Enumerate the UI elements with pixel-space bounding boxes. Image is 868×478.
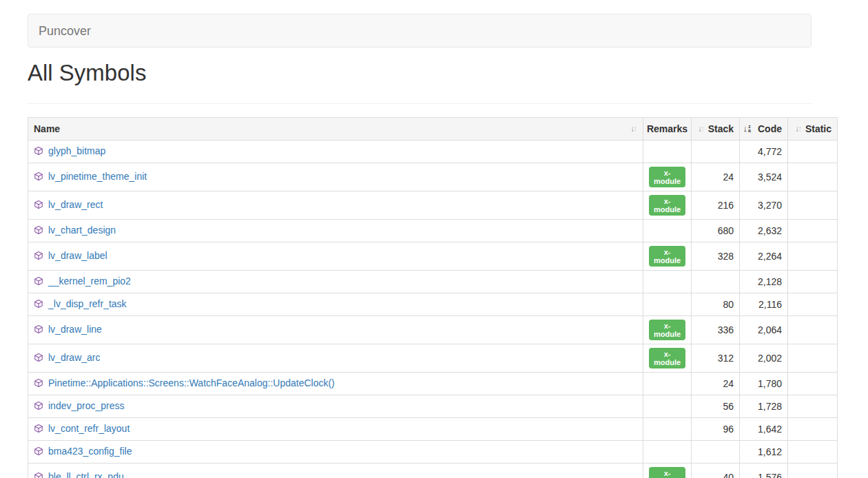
symbol-name: lv_chart_design <box>48 223 116 237</box>
symbol-link[interactable]: indev_proc_press <box>34 399 125 413</box>
symbol-link[interactable]: lv_draw_line <box>34 322 102 336</box>
cube-icon <box>34 299 43 309</box>
code-value: 1,576 <box>740 464 788 478</box>
table-row: lv_chart_design 680 2,632 <box>28 220 838 242</box>
symbol-name: lv_draw_rect <box>48 198 103 211</box>
table-row: _lv_disp_refr_task 80 2,116 <box>28 293 838 316</box>
static-value <box>788 316 838 344</box>
code-value: 2,116 <box>740 293 788 316</box>
symbol-name: lv_cont_refr_layout <box>48 422 130 435</box>
stack-value: 328 <box>692 242 740 271</box>
static-value <box>788 418 838 441</box>
cube-icon <box>34 353 43 362</box>
x-module-badge: x-module <box>649 348 685 368</box>
static-value <box>788 395 838 418</box>
cube-icon <box>34 276 43 286</box>
table-row: lv_cont_refr_layout 96 1,642 <box>28 418 838 441</box>
code-value: 2,064 <box>740 316 788 344</box>
static-value <box>788 441 838 464</box>
code-value: 3,270 <box>740 191 788 220</box>
divider <box>28 103 812 104</box>
table-row: indev_proc_press 56 1,728 <box>28 395 838 418</box>
stack-value: 24 <box>692 373 740 395</box>
column-header-stack[interactable]: ↓↑ Stack <box>692 118 740 141</box>
symbol-name: Pinetime::Applications::Screens::WatchFa… <box>48 376 335 390</box>
column-label: Code <box>758 123 782 134</box>
symbol-link[interactable]: ble_ll_ctrl_rx_pdu <box>34 470 124 478</box>
code-value: 2,002 <box>740 344 788 373</box>
symbol-name: lv_draw_arc <box>48 351 100 364</box>
symbol-name: __kernel_rem_pio2 <box>48 274 131 288</box>
cube-icon <box>34 472 43 478</box>
code-value: 2,128 <box>740 271 788 293</box>
symbol-link[interactable]: bma423_config_file <box>34 444 132 458</box>
column-header-code[interactable]: ↓ za Code <box>740 118 788 141</box>
table-header: Name ↓↑ Remarks ↓↑ Stack <box>28 118 838 141</box>
stack-value <box>692 141 740 163</box>
cube-icon <box>34 251 43 260</box>
code-value: 2,264 <box>740 242 788 271</box>
x-module-badge: x-module <box>649 320 685 340</box>
code-value: 3,524 <box>740 163 788 191</box>
symbol-name: _lv_disp_refr_task <box>48 297 127 311</box>
code-value: 1,780 <box>740 373 788 395</box>
code-value: 1,728 <box>740 395 788 418</box>
symbol-link[interactable]: __kernel_rem_pio2 <box>34 274 131 288</box>
x-module-badge: x-module <box>649 167 685 187</box>
x-module-badge: x-module <box>649 467 685 478</box>
cube-icon <box>34 172 43 181</box>
symbol-name: lv_pinetime_theme_init <box>48 169 147 183</box>
symbol-link[interactable]: _lv_disp_refr_task <box>34 297 127 311</box>
symbol-link[interactable]: lv_draw_label <box>34 249 107 262</box>
static-value <box>788 191 838 220</box>
symbol-name: bma423_config_file <box>48 444 132 458</box>
column-label: Stack <box>708 123 734 134</box>
code-value: 1,642 <box>740 418 788 441</box>
stack-value <box>692 271 740 293</box>
symbol-link[interactable]: lv_draw_arc <box>34 351 100 364</box>
table-body: glyph_bitmap 4,772 lv_pinetime_theme_ini… <box>28 141 838 478</box>
static-value <box>788 163 838 191</box>
column-header-static[interactable]: ↓↑ Static <box>788 118 838 141</box>
symbol-link[interactable]: lv_draw_rect <box>34 198 103 211</box>
symbol-link[interactable]: lv_cont_refr_layout <box>34 422 130 435</box>
brand-link[interactable]: Puncover <box>28 24 101 38</box>
symbol-link[interactable]: Pinetime::Applications::Screens::WatchFa… <box>34 376 335 390</box>
symbol-link[interactable]: lv_chart_design <box>34 223 116 237</box>
cube-icon <box>34 200 43 209</box>
sort-icon: ↓↑ <box>698 125 705 133</box>
table-row: Pinetime::Applications::Screens::WatchFa… <box>28 373 838 395</box>
symbol-link[interactable]: lv_pinetime_theme_init <box>34 169 147 183</box>
page-container: Puncover All Symbols Name ↓↑ Remarks <box>28 14 868 478</box>
table-row: bma423_config_file 1,612 <box>28 441 838 464</box>
cube-icon <box>34 401 43 411</box>
static-value <box>788 464 838 478</box>
cube-icon <box>34 146 43 156</box>
table-row: __kernel_rem_pio2 2,128 <box>28 271 838 293</box>
table-row: lv_draw_rect x-module 216 3,270 <box>28 191 838 220</box>
cube-icon <box>34 446 43 456</box>
sort-descending-icon: ↓ za <box>743 125 751 133</box>
symbol-name: ble_ll_ctrl_rx_pdu <box>48 470 124 478</box>
static-value <box>788 344 838 373</box>
column-label: Remarks <box>647 123 688 134</box>
symbol-name: indev_proc_press <box>48 399 125 413</box>
stack-value: 96 <box>692 418 740 441</box>
sort-icon: ↓↑ <box>630 125 637 133</box>
table-row: glyph_bitmap 4,772 <box>28 141 838 163</box>
x-module-badge: x-module <box>649 195 685 216</box>
stack-value: 216 <box>692 191 740 220</box>
column-header-name[interactable]: Name ↓↑ <box>28 118 643 141</box>
table-row: lv_draw_label x-module 328 2,264 <box>28 242 838 271</box>
stack-value: 312 <box>692 344 740 373</box>
stack-value: 24 <box>692 163 740 191</box>
cube-icon <box>34 378 43 388</box>
static-value <box>788 242 838 271</box>
code-value: 4,772 <box>740 141 788 163</box>
symbol-name: lv_draw_line <box>48 322 102 336</box>
stack-value <box>692 441 740 464</box>
code-value: 1,612 <box>740 441 788 464</box>
cube-icon <box>34 324 43 334</box>
symbol-link[interactable]: glyph_bitmap <box>34 144 105 158</box>
stack-value: 40 <box>692 464 740 478</box>
